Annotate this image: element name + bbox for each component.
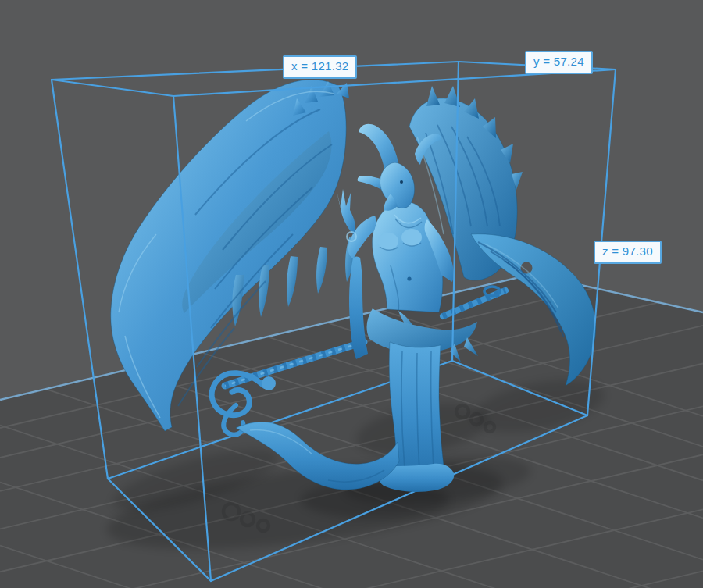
dimension-label-x: x = 121.32	[283, 55, 357, 79]
eye	[400, 180, 403, 184]
navel	[407, 276, 411, 280]
shaft-knob	[262, 376, 276, 390]
dimension-label-y: y = 57.24	[525, 51, 593, 74]
viewport-3d[interactable]: x = 121.32 y = 57.24 z = 97.30	[0, 0, 703, 588]
dimension-label-z: z = 97.30	[594, 241, 662, 264]
scene-canvas	[0, 0, 703, 588]
